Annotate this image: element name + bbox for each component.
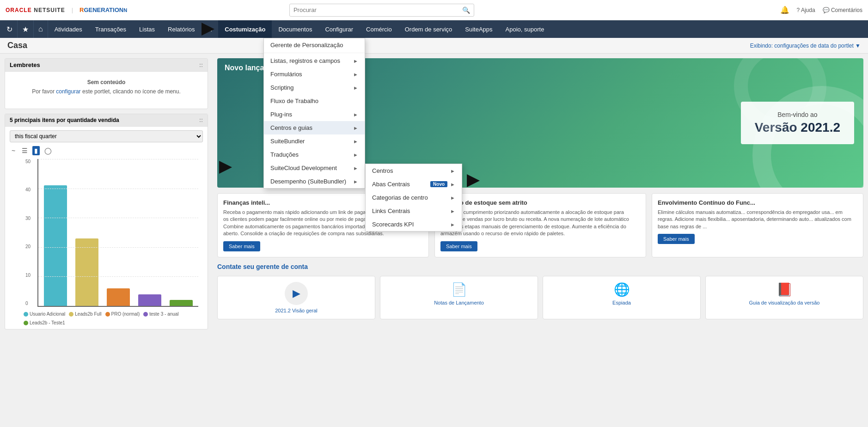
resource-icon-guia: 📕 — [711, 282, 857, 297]
nav-transacoes[interactable]: Transações — [89, 20, 133, 38]
chart-line-tool[interactable]: ~ — [10, 146, 17, 155]
resource-visao-geral[interactable]: ▶ 2021.2 Visão geral — [217, 276, 375, 319]
nav-listas[interactable]: Listas — [133, 20, 161, 38]
y-label-20: 20 — [25, 244, 31, 249]
submenu-abas-chevron: ► — [450, 182, 455, 187]
menu-centros-chevron: ► — [353, 125, 358, 131]
menu-gerente-personalizacao[interactable]: Gerente de Personalização — [264, 38, 365, 52]
help-button[interactable]: ? Ajuda — [797, 7, 815, 13]
menu-traducoes-chevron: ► — [353, 152, 358, 158]
card-estoque-text: Otimize o cumprimento priorizando automa… — [440, 209, 640, 238]
menu-listas-chevron: ► — [353, 58, 358, 64]
nav-ordem[interactable]: Ordem de serviço — [398, 20, 459, 38]
legend-item-3: teste 3 - anual — [143, 311, 178, 317]
left-panel: Lembretes :: Sem conteúdo Por favor conf… — [0, 54, 213, 339]
card-estoque-btn[interactable]: Saber mais — [440, 241, 477, 251]
chart-bar-4 — [135, 159, 165, 306]
submenu-categorias[interactable]: Categorias de centro ► — [366, 191, 462, 204]
chart-drag-handle[interactable]: :: — [199, 117, 203, 123]
chart-bar-tool[interactable]: ▮ — [32, 146, 40, 155]
menu-desempenho[interactable]: Desempenho (SuiteBundler) ► — [264, 175, 365, 188]
contact-section: Contate seu gerente de conta — [217, 263, 863, 270]
card-envolvimento-title: Envolvimento Contínuo do Func... — [658, 199, 857, 206]
submenu-scorecards[interactable]: Scorecards KPI ► — [366, 218, 462, 231]
nav-relatorios[interactable]: Relatórios — [161, 20, 202, 38]
comments-button[interactable]: 💬 Comentários — [823, 7, 862, 13]
submenu-links-centrais[interactable]: Links Centrais ► — [366, 204, 462, 218]
resource-label-guia: Guia de visualização da versão — [711, 300, 857, 305]
portlet-settings-link[interactable]: Exibindo: configurações de data do portl… — [750, 43, 861, 49]
menu-traducoes[interactable]: Traduções ► — [264, 148, 365, 161]
top-right-actions: 🔔 ? Ajuda 💬 Comentários — [780, 6, 862, 14]
contact-title[interactable]: Contate seu gerente de conta — [217, 263, 863, 270]
menu-desempenho-chevron: ► — [353, 179, 358, 184]
resource-espiada[interactable]: 🌐 Espiada — [543, 276, 701, 319]
chart-header: 5 principais itens por quantidade vendid… — [5, 114, 208, 127]
oracle-netsuite-logo: ORACLE NETSUITE — [6, 6, 65, 13]
configurar-link[interactable]: configurar — [56, 88, 80, 95]
card-envolvimento-text: Elimine cálculos manuais automatiza... c… — [658, 209, 857, 230]
submenu-abas-centrais[interactable]: Abas Centrais Novo ► — [366, 177, 462, 191]
logo-area: ORACLE NETSUITE | RGENERATIONN — [6, 6, 127, 13]
resource-label-visao: 2021.2 Visão geral — [223, 308, 369, 313]
nav-comercio[interactable]: Comércio — [360, 20, 398, 38]
page-title: Casa — [7, 41, 27, 50]
chart-bar-5 — [167, 159, 196, 306]
chart-period-select[interactable]: this fiscal quarter — [10, 130, 203, 142]
search-input[interactable] — [293, 6, 462, 13]
menu-fluxo[interactable]: Fluxo de Trabalho — [264, 94, 365, 108]
card-envolvimento: Envolvimento Contínuo do Func... Elimine… — [652, 193, 863, 257]
menu-scripting[interactable]: Scripting ► — [264, 81, 365, 94]
legend-label-4: Leads2b Full — [75, 311, 101, 317]
lembretes-header: Lembretes :: — [5, 59, 208, 72]
legend-item-4: Leads2b Full — [69, 311, 101, 317]
menu-suitecloud[interactable]: SuiteCloud Development ► — [264, 161, 365, 175]
chart-pie-tool[interactable]: ◯ — [43, 146, 54, 155]
card-estoque: ...mento de estoque sem atrito Otimize o… — [434, 193, 646, 257]
chart-portlet: 5 principais itens por quantidade vendid… — [5, 114, 208, 329]
nav-home-icon[interactable]: ⌂ — [34, 20, 48, 38]
topbar: ORACLE NETSUITE | RGENERATIONN 🔍 🔔 ? Aju… — [0, 0, 868, 20]
drag-handle[interactable]: :: — [199, 62, 203, 68]
nav-costumizacao[interactable]: Costumização — [218, 20, 272, 38]
menu-plugins-chevron: ► — [353, 112, 358, 117]
menu-formularios-chevron: ► — [353, 72, 358, 77]
resource-label-espiada: Espiada — [549, 300, 695, 305]
nav-apoio[interactable]: Apoio, suporte — [499, 20, 551, 38]
chart-table-tool[interactable]: ☰ — [20, 146, 30, 155]
menu-plugins[interactable]: Plug-ins ► — [264, 108, 365, 121]
lembretes-portlet: Lembretes :: Sem conteúdo Por favor conf… — [5, 58, 208, 109]
y-label-0: 0 — [25, 301, 31, 306]
resource-icon-espiada: 🌐 — [549, 282, 695, 297]
menu-listas-registros[interactable]: Listas, registros e campos ► — [264, 54, 365, 67]
nav-documentos[interactable]: Documentos — [272, 20, 318, 38]
menu-suitebundler[interactable]: SuiteBundler ► — [264, 134, 365, 148]
menu-formularios[interactable]: Formulários ► — [264, 67, 365, 81]
menu-centros-guias[interactable]: Centros e guias ► — [264, 121, 365, 134]
resource-icon-notas: 📄 — [386, 282, 532, 297]
resource-guia[interactable]: 📕 Guia de visualização da versão — [705, 276, 863, 319]
y-label-30: 30 — [25, 216, 31, 221]
legend-item-2: PRO (normal) — [105, 311, 140, 317]
notification-icon[interactable]: 🔔 — [780, 6, 789, 14]
search-icon[interactable]: 🔍 — [462, 6, 470, 14]
lembretes-body: Sem conteúdo Por favor configurar este p… — [5, 72, 208, 109]
nav-atividades[interactable]: Atividades — [48, 20, 89, 38]
card-financas-btn[interactable]: Saber mais — [223, 241, 260, 251]
search-bar: 🔍 — [289, 4, 474, 17]
nav-configurar[interactable]: Configurar — [318, 20, 360, 38]
y-label-10: 10 — [25, 273, 31, 278]
nav-history-icon[interactable]: ↻ — [2, 20, 18, 38]
resource-notas[interactable]: 📄 Notas de Lançamento — [380, 276, 538, 319]
no-content-label: Sem conteúdo — [12, 79, 200, 85]
submenu-scorecards-chevron: ► — [450, 222, 455, 227]
resources-grid: ▶ 2021.2 Visão geral 📄 Notas de Lançamen… — [217, 276, 863, 319]
submenu-centros[interactable]: Centros ► — [366, 164, 462, 177]
menu-scripting-chevron: ► — [353, 85, 358, 91]
nav-suiteapps[interactable]: SuiteApps — [458, 20, 499, 38]
nav-star-icon[interactable]: ★ — [18, 20, 34, 38]
legend-item-1: Usuario Adicional — [24, 311, 65, 317]
card-envolvimento-btn[interactable]: Saber mais — [658, 234, 695, 244]
submenu-categorias-chevron: ► — [450, 195, 455, 201]
chart-bar-1 — [41, 159, 70, 306]
